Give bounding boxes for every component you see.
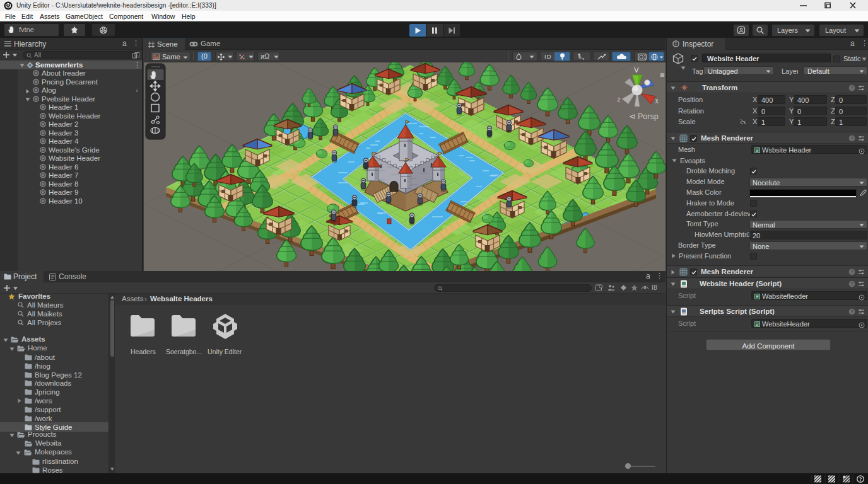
svg-text:V: V [634,66,639,74]
svg-text:?: ? [850,85,853,91]
svg-text:?: ? [850,135,853,141]
svg-text:?: ? [850,269,853,275]
svg-text:?: ? [850,309,853,314]
svg-text:χ: χ [655,97,659,103]
svg-text:2: 2 [617,96,620,103]
svg-text:?: ? [850,281,853,287]
svg-text:▦: ▦ [660,72,665,78]
svg-text:⊲ Porsp: ⊲ Porsp [629,112,659,121]
